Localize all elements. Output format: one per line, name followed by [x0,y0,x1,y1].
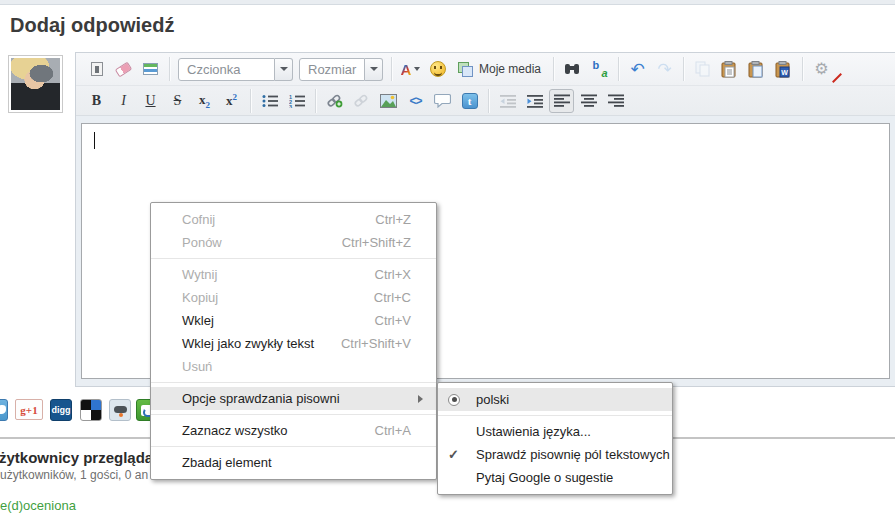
my-media-button[interactable]: Moje media [452,57,547,81]
size-select-arrow[interactable] [365,58,383,81]
copy-button[interactable] [690,57,715,81]
superscript-icon: x2 [226,92,237,109]
submenu-item-google-suggestions[interactable]: Pytaj Google o sugestie [438,466,672,489]
submenu-arrow-icon [418,395,423,403]
align-left-button[interactable] [549,89,574,113]
menu-separator [151,446,436,447]
replace-button[interactable]: ba [587,57,612,81]
font-select-value[interactable]: Czcionka [178,58,275,81]
radio-selected-icon [448,394,460,406]
italic-icon: I [121,93,126,109]
red-pencil-icon [832,73,842,83]
editor-toolbar-row1: Czcionka Rozmiar A Moje media ba ↶ ↷ [76,53,895,86]
emoticons-button[interactable] [425,57,450,81]
quote-bubble-icon [434,93,451,108]
paste-from-word-icon: W [775,61,792,78]
share-delicious-icon[interactable] [80,399,102,421]
link-icon [326,93,343,108]
toolbar-separator [802,57,803,81]
redo-button[interactable]: ↷ [652,57,677,81]
editor-toolbar-row2: B I U S x2 x2 123 <> t [76,86,895,116]
editor-settings-button[interactable]: ⚙ [809,57,834,81]
code-icon: <> [409,94,421,108]
bullet-list-button[interactable] [257,89,282,113]
top-strip [0,0,895,5]
underline-button[interactable]: U [138,89,163,113]
submenu-item-language-settings[interactable]: Ustawienia języka... [438,420,672,443]
menu-item-redo: PonówCtrl+Shift+Z [151,231,436,254]
size-select[interactable]: Rozmiar [299,58,383,81]
italic-button[interactable]: I [111,89,136,113]
paste-from-word-button[interactable]: W [771,57,796,81]
strikethrough-button[interactable]: S [165,89,190,113]
align-left-icon [554,94,570,108]
menu-item-delete: Usuń [151,355,436,378]
twitter-embed-button[interactable]: t [457,89,482,113]
share-twitter-icon[interactable] [0,399,8,421]
image-icon [380,94,397,108]
indent-button[interactable] [522,89,547,113]
my-media-label: Moje media [479,62,541,76]
toolbar-separator [553,57,554,81]
menu-item-spellcheck-options[interactable]: Opcje sprawdzania pisowni [151,387,436,410]
insert-code-button[interactable]: <> [403,89,428,113]
checkmark-icon: ✓ [448,447,459,462]
chevron-down-icon [370,67,378,71]
outdent-icon [500,94,516,108]
menu-separator [438,415,672,416]
font-select[interactable]: Czcionka [178,58,293,81]
bullet-list-icon [262,94,278,108]
undo-button[interactable]: ↶ [625,57,650,81]
align-center-icon [581,94,597,108]
share-digg-icon[interactable]: digg [50,399,72,421]
toolbar-separator [315,89,316,113]
unlink-icon [353,93,370,108]
superscript-button[interactable]: x2 [219,89,244,113]
share-google-plus-one-icon[interactable]: g+1 [15,399,43,420]
insert-image-button[interactable] [376,89,401,113]
align-right-button[interactable] [603,89,628,113]
spellcheck-submenu: polski Ustawienia języka... ✓ Sprawdź pi… [437,382,673,495]
find-button[interactable] [560,57,585,81]
menu-item-select-all[interactable]: Zaznacz wszystkoCtrl+A [151,419,436,442]
bold-icon: B [92,93,101,109]
menu-separator [151,382,436,383]
toolbar-toggle-button[interactable] [138,57,163,81]
bold-button[interactable]: B [84,89,109,113]
remove-link-button[interactable] [349,89,374,113]
subscript-button[interactable]: x2 [192,89,217,113]
underline-icon: U [145,93,155,109]
chevron-down-icon [280,67,288,71]
paste-plain-text-button[interactable] [744,57,769,81]
toolbar-separator [250,89,251,113]
menu-item-inspect-element[interactable]: Zbadaj element [151,451,436,474]
font-select-arrow[interactable] [275,58,293,81]
strikethrough-icon: S [174,93,182,109]
eraser-icon [115,61,132,77]
submenu-item-check-spelling[interactable]: ✓ Sprawdź pisownię pól tekstowych [438,443,672,466]
paste-button[interactable] [717,57,742,81]
menu-item-paste-plain[interactable]: Wklej jako zwykły tekstCtrl+Shift+V [151,332,436,355]
gear-icon: ⚙ [814,61,828,77]
topic-link[interactable]: e(d)oceniona [0,498,76,513]
size-select-value[interactable]: Rozmiar [299,58,365,81]
toolbar-separator [618,57,619,81]
text-color-button[interactable]: A [398,57,423,81]
align-center-button[interactable] [576,89,601,113]
menu-item-paste[interactable]: WklejCtrl+V [151,309,436,332]
insert-link-button[interactable] [322,89,347,113]
text-color-icon: A [401,61,412,78]
editor-mode-toggle-button[interactable] [84,57,109,81]
text-caret [94,132,95,149]
user-avatar[interactable] [8,55,63,113]
numbered-list-button[interactable]: 123 [284,89,309,113]
submenu-item-language-polski[interactable]: polski [438,388,672,411]
indent-icon [527,94,543,108]
replace-icon: ba [592,61,608,77]
insert-quote-button[interactable] [430,89,455,113]
share-reddit-icon[interactable] [109,399,131,421]
remove-format-button[interactable] [111,57,136,81]
copy-icon [695,61,711,77]
outdent-button[interactable] [495,89,520,113]
paste-icon [721,61,738,78]
